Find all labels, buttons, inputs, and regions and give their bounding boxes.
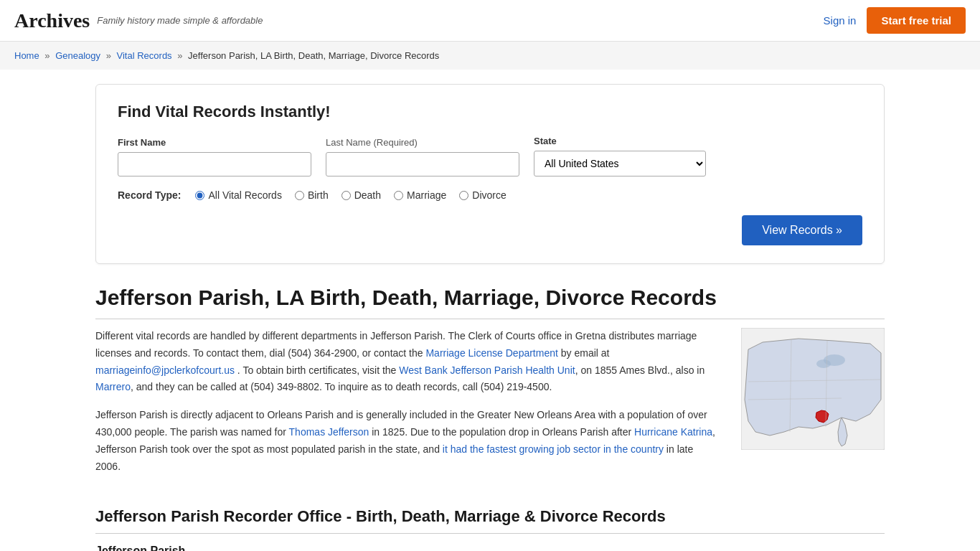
first-name-label: First Name xyxy=(118,137,311,148)
breadcrumb: Home » Genealogy » Vital Records » Jeffe… xyxy=(0,42,980,70)
breadcrumb-home[interactable]: Home xyxy=(14,50,39,61)
radio-marriage[interactable] xyxy=(394,191,403,200)
signin-link[interactable]: Sign in xyxy=(824,14,857,27)
breadcrumb-genealogy[interactable]: Genealogy xyxy=(55,50,100,61)
record-type-label: Record Type: xyxy=(118,189,181,201)
last-name-label: Last Name (Required) xyxy=(326,137,519,148)
main-content: Find Vital Records Instantly! First Name… xyxy=(81,70,899,551)
us-map xyxy=(741,328,885,450)
search-fields: First Name Last Name (Required) State Al… xyxy=(118,136,862,176)
jefferson-parish-subheading: Jefferson Parish xyxy=(95,545,885,551)
view-records-button[interactable]: View Records » xyxy=(742,215,862,245)
content-text: Different vital records are handled by d… xyxy=(95,328,720,486)
page-title: Jefferson Parish, LA Birth, Death, Marri… xyxy=(95,286,885,319)
state-label: State xyxy=(534,136,706,146)
breadcrumb-sep3: » xyxy=(177,50,182,61)
first-name-group: First Name xyxy=(118,137,311,176)
first-name-input[interactable] xyxy=(118,152,311,176)
breadcrumb-vital-records[interactable]: Vital Records xyxy=(117,50,172,61)
breadcrumb-sep2: » xyxy=(106,50,111,61)
breadcrumb-current: Jefferson Parish, LA Birth, Death, Marri… xyxy=(188,50,439,61)
start-trial-button[interactable]: Start free trial xyxy=(867,7,966,34)
record-type-death[interactable]: Death xyxy=(341,189,381,201)
breadcrumb-sep1: » xyxy=(44,50,50,61)
search-box: Find Vital Records Instantly! First Name… xyxy=(95,84,885,264)
email-link[interactable]: marriageinfo@jpclerkofcourt.us xyxy=(95,364,235,376)
paragraph-2: Jefferson Parish is directly adjacent to… xyxy=(95,407,720,475)
fastest-growing-link[interactable]: it had the fastest growing job sector in… xyxy=(443,443,664,455)
paragraph-1: Different vital records are handled by d… xyxy=(95,328,720,396)
radio-divorce[interactable] xyxy=(459,191,468,200)
recorder-heading: Jefferson Parish Recorder Office - Birth… xyxy=(95,507,885,534)
marrero-link[interactable]: Marrero xyxy=(95,381,131,392)
record-type-options: All Vital Records Birth Death Marriage D… xyxy=(195,189,506,201)
last-name-group: Last Name (Required) xyxy=(326,137,519,176)
record-type-all[interactable]: All Vital Records xyxy=(195,189,281,201)
map-area xyxy=(741,328,885,486)
content-section: Different vital records are handled by d… xyxy=(95,328,885,486)
header-logo-area: Archives Family history made simple & af… xyxy=(14,9,263,32)
state-group: State All United States xyxy=(534,136,706,176)
radio-birth[interactable] xyxy=(295,191,304,200)
record-type-row: Record Type: All Vital Records Birth Dea… xyxy=(118,189,862,201)
radio-all[interactable] xyxy=(195,191,204,200)
site-logo: Archives xyxy=(14,9,90,32)
last-name-input[interactable] xyxy=(326,152,519,176)
marriage-license-link[interactable]: Marriage License Department xyxy=(425,347,557,359)
site-tagline: Family history made simple & affordable xyxy=(97,15,263,26)
header-actions: Sign in Start free trial xyxy=(824,7,966,34)
record-type-divorce[interactable]: Divorce xyxy=(459,189,506,201)
radio-death[interactable] xyxy=(341,191,351,200)
svg-point-2 xyxy=(816,359,831,368)
search-btn-row: View Records » xyxy=(118,215,862,245)
search-title: Find Vital Records Instantly! xyxy=(118,103,862,121)
record-type-birth[interactable]: Birth xyxy=(295,189,329,201)
hurricane-katrina-link[interactable]: Hurricane Katrina xyxy=(634,426,712,438)
state-select[interactable]: All United States xyxy=(534,151,706,176)
site-header: Archives Family history made simple & af… xyxy=(0,0,980,42)
thomas-jefferson-link[interactable]: Thomas Jefferson xyxy=(289,426,369,438)
west-bank-link[interactable]: West Bank Jefferson Parish Health Unit xyxy=(399,364,575,376)
record-type-marriage[interactable]: Marriage xyxy=(394,189,446,201)
